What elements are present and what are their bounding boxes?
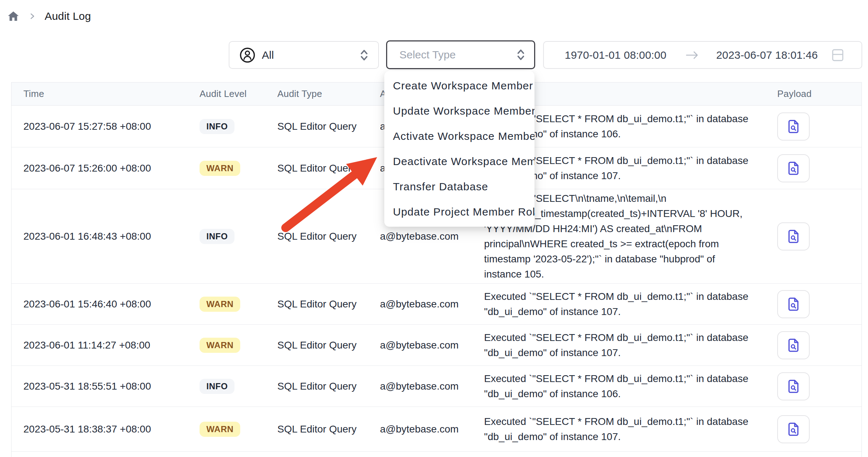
cell-audit-type: SQL Editor Query xyxy=(277,366,380,407)
dropdown-option-transfer-database[interactable]: Transfer Database xyxy=(384,174,534,199)
cell-audit-type: SQL Editor Query xyxy=(277,147,380,189)
cell-time: 2023-06-01 16:48:43 +08:00 xyxy=(12,189,200,283)
actor-filter-select[interactable]: All xyxy=(229,41,379,69)
cell-time: 2023-05-31 18:38:37 +08:00 xyxy=(12,407,200,451)
audit-level-badge: INFO xyxy=(200,119,234,134)
cell-audit-type: SQL Editor Query xyxy=(277,407,380,451)
view-payload-button[interactable] xyxy=(777,222,810,250)
view-payload-button[interactable] xyxy=(777,112,810,141)
cell-actor: a@bytebase.com xyxy=(380,284,484,324)
cell-audit-type: SQL Editor Query xyxy=(277,325,380,365)
cell-time: 2023-05-31 18:55:51 +08:00 xyxy=(12,366,200,407)
arrow-right-icon xyxy=(685,50,699,60)
file-search-icon xyxy=(786,296,801,312)
table-row: 2023-05-31 18:55:51 +08:00 INFO SQL Edit… xyxy=(12,366,862,407)
file-search-icon xyxy=(786,118,801,135)
cell-audit-type: SQL Editor Query xyxy=(277,284,380,324)
cell-comment: Executed `"SELECT * FROM db_ui_demo.t1;"… xyxy=(484,414,748,444)
date-range-picker[interactable]: 1970-01-01 08:00:00 2023-06-07 18:01:46 xyxy=(543,41,862,69)
dropdown-option-update-workspace-member[interactable]: Update Workspace Member Role xyxy=(384,98,534,124)
calendar-icon[interactable] xyxy=(832,48,844,62)
audit-level-badge: WARN xyxy=(200,161,240,176)
cell-actor: a@bytebase.com xyxy=(380,366,484,407)
table-row: 2023-05-31 18:38:37 +08:00 WARN SQL Edit… xyxy=(12,407,862,452)
date-range-end[interactable]: 2023-06-07 18:01:46 xyxy=(716,49,818,61)
actor-filter-value: All xyxy=(262,49,274,61)
cell-actor: a@bytebase.com xyxy=(380,325,484,365)
cell-time: 2023-06-07 15:26:00 +08:00 xyxy=(12,147,200,189)
table-row-partial xyxy=(12,452,862,457)
date-range-start[interactable]: 1970-01-01 08:00:00 xyxy=(565,49,666,61)
table-row: 2023-06-01 11:14:27 +08:00 WARN SQL Edit… xyxy=(12,325,862,366)
dropdown-option-activate-workspace-member[interactable]: Activate Workspace Member xyxy=(384,124,534,149)
user-icon xyxy=(240,47,255,63)
chevron-updown-icon xyxy=(359,49,369,61)
file-search-icon xyxy=(786,421,801,438)
page-title: Audit Log xyxy=(45,10,91,22)
cell-time: 2023-06-01 15:46:40 +08:00 xyxy=(12,284,200,324)
cell-comment: Executed `"SELECT * FROM db_ui_demo.t1;"… xyxy=(484,289,748,319)
view-payload-button[interactable] xyxy=(777,154,810,182)
dropdown-option-deactivate-workspace-member[interactable]: Deactivate Workspace Member xyxy=(384,149,534,174)
column-header-payload: Payload xyxy=(777,88,862,99)
column-header-audit-level: Audit Level xyxy=(200,88,277,99)
home-icon[interactable] xyxy=(7,10,19,22)
type-select-dropdown: Create Workspace Member Update Workspace… xyxy=(384,71,534,227)
file-search-icon xyxy=(786,228,801,245)
column-header-time: Time xyxy=(12,88,200,99)
audit-level-badge: WARN xyxy=(200,297,240,312)
column-header-audit-type: Audit Type xyxy=(277,88,380,99)
file-search-icon xyxy=(786,378,801,395)
dropdown-option-update-project-member[interactable]: Update Project Member Role xyxy=(384,199,534,225)
dropdown-option-create-workspace-member[interactable]: Create Workspace Member xyxy=(384,73,534,98)
cell-time: 2023-06-07 15:27:58 +08:00 xyxy=(12,106,200,147)
table-row: 2023-06-01 15:46:40 +08:00 WARN SQL Edit… xyxy=(12,284,862,325)
audit-level-badge: INFO xyxy=(200,229,234,244)
file-search-icon xyxy=(786,160,801,177)
cell-comment: Executed `"SELECT * FROM db_ui_demo.t1;"… xyxy=(484,330,748,360)
audit-level-badge: INFO xyxy=(200,379,234,394)
view-payload-button[interactable] xyxy=(777,290,810,318)
chevron-right-icon xyxy=(28,12,36,20)
audit-level-badge: WARN xyxy=(200,422,240,437)
audit-level-badge: WARN xyxy=(200,338,240,353)
view-payload-button[interactable] xyxy=(777,415,810,443)
view-payload-button[interactable] xyxy=(777,331,810,359)
type-filter-placeholder: Select Type xyxy=(399,49,456,61)
audit-log-page: Audit Log All Select Type 1970-01-01 08:… xyxy=(0,0,868,457)
cell-time: 2023-06-01 11:14:27 +08:00 xyxy=(12,325,200,365)
type-filter-select[interactable]: Select Type xyxy=(386,40,535,69)
cell-actor: a@bytebase.com xyxy=(380,407,484,451)
chevron-updown-icon xyxy=(516,49,525,61)
file-search-icon xyxy=(786,337,801,354)
cell-comment: Executed `"SELECT * FROM db_ui_demo.t1;"… xyxy=(484,371,748,401)
cell-audit-type: SQL Editor Query xyxy=(277,189,380,283)
breadcrumb: Audit Log xyxy=(7,10,91,22)
view-payload-button[interactable] xyxy=(777,372,810,400)
cell-audit-type: SQL Editor Query xyxy=(277,106,380,147)
